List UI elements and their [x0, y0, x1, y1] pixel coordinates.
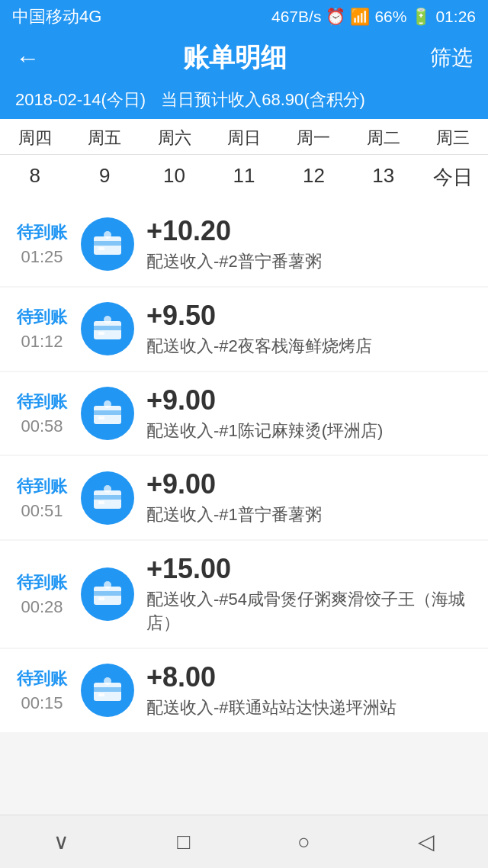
svg-rect-21 — [94, 687, 121, 692]
svg-rect-17 — [94, 591, 121, 596]
svg-rect-9 — [94, 410, 121, 415]
weekday-row: 周四 周五 周六 周日 周一 周二 周三 — [0, 119, 488, 155]
header: ← 账单明细 筛选 — [0, 34, 488, 82]
tx-amount-3: +9.00 — [146, 468, 473, 500]
svg-rect-11 — [98, 416, 104, 420]
table-row[interactable]: 待到账 01:25 +10.20 配送收入-#2普宁番薯粥 — [0, 203, 488, 286]
date-today[interactable]: 今日 — [419, 159, 488, 195]
tx-meta-0: 待到账 01:25 — [15, 221, 69, 267]
tx-desc-3: 配送收入-#1普宁番薯粥 — [146, 503, 473, 527]
tx-detail-1: +9.50 配送收入-#2夜客栈海鲜烧烤店 — [146, 300, 473, 358]
calendar-section: 周四 周五 周六 周日 周一 周二 周三 8 9 10 11 12 13 今日 — [0, 119, 488, 203]
svg-rect-15 — [98, 501, 104, 504]
battery-icon: 🔋 — [411, 8, 431, 26]
weekday-sat: 周六 — [140, 119, 209, 154]
tx-time-3: 00:51 — [21, 501, 63, 521]
tx-desc-5: 配送收入-#联通站站达快递坪洲站 — [146, 696, 473, 720]
weekday-thu: 周四 — [0, 119, 69, 154]
tx-icon-2 — [81, 387, 134, 440]
svg-point-6 — [104, 316, 111, 323]
weekday-wed: 周三 — [419, 119, 488, 154]
svg-rect-19 — [98, 597, 104, 600]
current-date: 2018-02-14(今日) — [15, 88, 146, 111]
svg-point-14 — [104, 485, 111, 493]
tx-meta-4: 待到账 00:28 — [15, 571, 69, 617]
battery-text: 66% — [374, 8, 406, 26]
transaction-list: 待到账 01:25 +10.20 配送收入-#2普宁番薯粥 待到账 01:12 — [0, 203, 488, 732]
date-banner: 2018-02-14(今日) 当日预计收入68.90(含积分) — [0, 82, 488, 119]
tx-status-4: 待到账 — [17, 571, 67, 594]
svg-rect-7 — [98, 332, 104, 335]
tx-status-5: 待到账 — [17, 667, 67, 690]
status-right: 467B/s ⏰ 📶 66% 🔋 01:26 — [271, 8, 476, 26]
tx-desc-2: 配送收入-#1陈记麻辣烫(坪洲店) — [146, 420, 473, 443]
tx-detail-3: +9.00 配送收入-#1普宁番薯粥 — [146, 468, 473, 527]
date-row: 8 9 10 11 12 13 今日 — [0, 155, 488, 203]
svg-rect-23 — [98, 693, 104, 696]
svg-point-22 — [104, 677, 111, 685]
weekday-tue: 周二 — [348, 119, 418, 154]
svg-rect-1 — [94, 241, 121, 246]
speed-text: 467B/s — [271, 8, 321, 26]
tx-desc-0: 配送收入-#2普宁番薯粥 — [146, 250, 473, 274]
carrier-text: 中国移动4G — [12, 5, 101, 28]
tx-detail-0: +10.20 配送收入-#2普宁番薯粥 — [146, 215, 473, 274]
tx-status-2: 待到账 — [17, 391, 67, 413]
tx-status-1: 待到账 — [17, 306, 67, 329]
tx-meta-5: 待到账 00:15 — [15, 667, 69, 713]
svg-point-18 — [104, 581, 111, 589]
svg-point-2 — [104, 231, 111, 239]
tx-meta-1: 待到账 01:12 — [15, 306, 69, 352]
status-bar: 中国移动4G 467B/s ⏰ 📶 66% 🔋 01:26 — [0, 0, 488, 34]
table-row[interactable]: 待到账 01:12 +9.50 配送收入-#2夜客栈海鲜烧烤店 — [0, 288, 488, 371]
signal-icon: 📶 — [350, 8, 370, 26]
tx-icon-5 — [81, 664, 134, 717]
svg-rect-3 — [98, 247, 104, 250]
tx-icon-4 — [81, 567, 134, 621]
tx-time-1: 01:12 — [21, 332, 63, 352]
tx-amount-4: +15.00 — [146, 553, 473, 585]
date-12[interactable]: 12 — [279, 159, 348, 195]
weekday-mon: 周一 — [279, 119, 348, 154]
weekday-sun: 周日 — [209, 119, 278, 154]
table-row[interactable]: 待到账 00:28 +15.00 配送收入-#54咸骨煲仔粥爽滑饺子王（海城店） — [0, 541, 488, 648]
date-9[interactable]: 9 — [69, 159, 139, 195]
back-button[interactable]: ← — [15, 44, 40, 72]
tx-detail-2: +9.00 配送收入-#1陈记麻辣烫(坪洲店) — [146, 384, 473, 443]
tx-meta-3: 待到账 00:51 — [15, 475, 69, 521]
page-title: 账单明细 — [183, 40, 287, 76]
svg-point-10 — [104, 400, 111, 408]
table-row[interactable]: 待到账 00:15 +8.00 配送收入-#联通站站达快递坪洲站 — [0, 649, 488, 732]
today-badge[interactable]: 今日 — [422, 164, 485, 191]
tx-meta-2: 待到账 00:58 — [15, 391, 69, 436]
table-row[interactable]: 待到账 00:51 +9.00 配送收入-#1普宁番薯粥 — [0, 456, 488, 539]
tx-status-3: 待到账 — [17, 475, 67, 498]
date-8[interactable]: 8 — [0, 159, 69, 195]
tx-amount-1: +9.50 — [146, 300, 473, 332]
svg-rect-13 — [94, 495, 121, 500]
clock-icon: ⏰ — [326, 8, 345, 26]
tx-time-5: 00:15 — [21, 693, 63, 713]
filter-button[interactable]: 筛选 — [430, 43, 473, 72]
tx-amount-2: +9.00 — [146, 384, 473, 416]
tx-status-0: 待到账 — [17, 221, 67, 244]
tx-time-4: 00:28 — [21, 597, 63, 617]
tx-icon-1 — [81, 302, 134, 355]
tx-detail-5: +8.00 配送收入-#联通站站达快递坪洲站 — [146, 661, 473, 720]
date-11[interactable]: 11 — [209, 159, 278, 195]
tx-desc-4: 配送收入-#54咸骨煲仔粥爽滑饺子王（海城店） — [146, 588, 473, 635]
tx-detail-4: +15.00 配送收入-#54咸骨煲仔粥爽滑饺子王（海城店） — [146, 553, 473, 635]
date-10[interactable]: 10 — [140, 159, 209, 195]
tx-amount-5: +8.00 — [146, 661, 473, 693]
weekday-fri: 周五 — [69, 119, 139, 154]
date-13[interactable]: 13 — [348, 159, 418, 195]
tx-icon-3 — [81, 471, 134, 525]
time-text: 01:26 — [435, 8, 476, 26]
svg-rect-5 — [94, 326, 121, 330]
tx-icon-0 — [81, 217, 134, 271]
income-info: 当日预计收入68.90(含积分) — [161, 88, 365, 111]
tx-time-0: 01:25 — [21, 247, 63, 267]
tx-desc-1: 配送收入-#2夜客栈海鲜烧烤店 — [146, 335, 473, 358]
table-row[interactable]: 待到账 00:58 +9.00 配送收入-#1陈记麻辣烫(坪洲店) — [0, 372, 488, 455]
tx-amount-0: +10.20 — [146, 215, 473, 247]
